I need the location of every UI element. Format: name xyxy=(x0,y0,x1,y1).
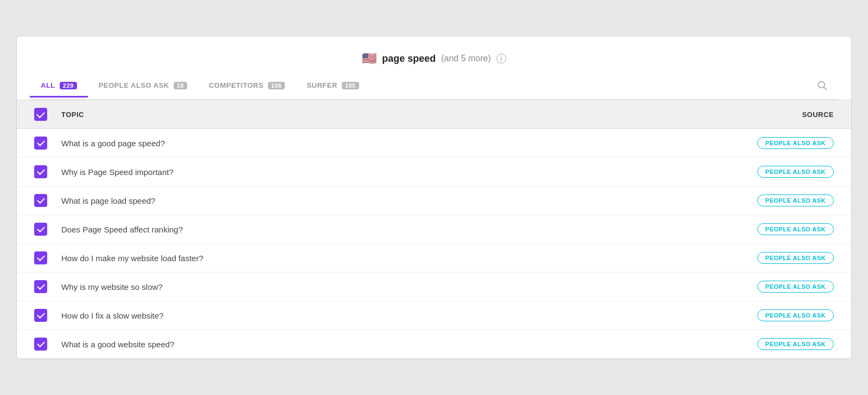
select-all-checkbox[interactable] xyxy=(34,108,47,121)
table-header: TOPIC SOURCE xyxy=(17,100,851,129)
tab-surfer-label: SURFER xyxy=(307,81,337,89)
row-topic-7: What is a good website speed? xyxy=(61,340,725,349)
source-badge-6[interactable]: PEOPLE ALSO ASK xyxy=(757,309,834,321)
tab-all[interactable]: ALL 229 xyxy=(30,76,88,98)
table-body: What is a good page speed? PEOPLE ALSO A… xyxy=(17,129,851,359)
table-row: What is page load speed? PEOPLE ALSO ASK xyxy=(17,186,851,215)
source-badge-7[interactable]: PEOPLE ALSO ASK xyxy=(757,338,834,350)
row-checkbox-col-1 xyxy=(34,165,61,178)
source-badge-3[interactable]: PEOPLE ALSO ASK xyxy=(757,223,834,235)
title-bar: 🇺🇸 page speed (and 5 more) i xyxy=(30,45,838,74)
row-checkbox-col-0 xyxy=(34,137,61,150)
row-checkbox-4[interactable] xyxy=(34,251,47,264)
row-checkbox-5[interactable] xyxy=(34,280,47,293)
main-container: 🇺🇸 page speed (and 5 more) i ALL 229 PEO… xyxy=(16,36,852,359)
row-checkbox-7[interactable] xyxy=(34,338,47,351)
topic-column-header: TOPIC xyxy=(61,111,725,119)
table-row: How do I make my website load faster? PE… xyxy=(17,244,851,273)
table-row: What is a good website speed? PEOPLE ALS… xyxy=(17,330,851,359)
row-checkbox-1[interactable] xyxy=(34,165,47,178)
row-source-1: PEOPLE ALSO ASK xyxy=(725,166,834,178)
table-row: How do I fix a slow website? PEOPLE ALSO… xyxy=(17,301,851,330)
row-topic-5: Why is my website so slow? xyxy=(61,282,725,292)
row-checkbox-col-3 xyxy=(34,223,61,236)
tab-competitors[interactable]: COMPETITORS 106 xyxy=(198,76,296,98)
row-checkbox-3[interactable] xyxy=(34,223,47,236)
tab-surfer[interactable]: SURFER 105 xyxy=(296,76,369,98)
tab-competitors-badge: 106 xyxy=(268,82,285,89)
tab-paa-badge: 18 xyxy=(174,82,187,89)
source-badge-0[interactable]: PEOPLE ALSO ASK xyxy=(757,137,834,149)
row-source-2: PEOPLE ALSO ASK xyxy=(725,195,834,206)
row-checkbox-col-4 xyxy=(34,251,61,264)
more-text: (and 5 more) xyxy=(441,54,491,63)
row-source-4: PEOPLE ALSO ASK xyxy=(725,252,834,264)
row-source-0: PEOPLE ALSO ASK xyxy=(725,137,834,149)
row-checkbox-col-7 xyxy=(34,338,61,351)
svg-line-1 xyxy=(824,87,827,90)
source-badge-1[interactable]: PEOPLE ALSO ASK xyxy=(757,166,834,178)
row-checkbox-0[interactable] xyxy=(34,137,47,150)
row-source-6: PEOPLE ALSO ASK xyxy=(725,309,834,321)
row-source-3: PEOPLE ALSO ASK xyxy=(725,223,834,235)
row-topic-4: How do I make my website load faster? xyxy=(61,254,725,263)
tab-competitors-label: COMPETITORS xyxy=(209,81,264,89)
tab-all-label: ALL xyxy=(41,81,55,89)
row-checkbox-col-6 xyxy=(34,309,61,322)
table-row: Does Page Speed affect ranking? PEOPLE A… xyxy=(17,215,851,244)
row-topic-6: How do I fix a slow website? xyxy=(61,311,725,320)
row-checkbox-2[interactable] xyxy=(34,194,47,207)
search-button[interactable] xyxy=(806,74,838,99)
tabs-row: ALL 229 PEOPLE ALSO ASK 18 COMPETITORS 1… xyxy=(30,74,838,100)
tab-surfer-badge: 105 xyxy=(342,82,359,89)
search-icon xyxy=(816,80,827,90)
header: 🇺🇸 page speed (and 5 more) i ALL 229 PEO… xyxy=(17,36,851,100)
row-checkbox-col-2 xyxy=(34,194,61,207)
tab-all-badge: 229 xyxy=(60,82,77,89)
tab-paa-label: PEOPLE ALSO ASK xyxy=(99,81,169,89)
tab-people-also-ask[interactable]: PEOPLE ALSO ASK 18 xyxy=(88,76,198,98)
source-badge-2[interactable]: PEOPLE ALSO ASK xyxy=(757,195,834,206)
source-badge-5[interactable]: PEOPLE ALSO ASK xyxy=(757,281,834,293)
content-area: TOPIC SOURCE What is a good page speed? … xyxy=(17,100,851,359)
row-topic-0: What is a good page speed? xyxy=(61,139,725,148)
row-checkbox-6[interactable] xyxy=(34,309,47,322)
table-row: Why is Page Speed important? PEOPLE ALSO… xyxy=(17,158,851,186)
info-icon[interactable]: i xyxy=(496,54,506,63)
row-checkbox-col-5 xyxy=(34,280,61,293)
table-row: What is a good page speed? PEOPLE ALSO A… xyxy=(17,129,851,158)
header-checkbox-col xyxy=(34,108,61,121)
row-topic-2: What is page load speed? xyxy=(61,196,725,205)
source-column-header: SOURCE xyxy=(725,111,834,119)
row-source-7: PEOPLE ALSO ASK xyxy=(725,338,834,350)
row-topic-1: Why is Page Speed important? xyxy=(61,167,725,177)
flag-icon: 🇺🇸 xyxy=(362,51,376,66)
row-source-5: PEOPLE ALSO ASK xyxy=(725,281,834,293)
table-row: Why is my website so slow? PEOPLE ALSO A… xyxy=(17,273,851,301)
keyword-title: page speed xyxy=(382,53,436,64)
row-topic-3: Does Page Speed affect ranking? xyxy=(61,225,725,234)
source-badge-4[interactable]: PEOPLE ALSO ASK xyxy=(757,252,834,264)
